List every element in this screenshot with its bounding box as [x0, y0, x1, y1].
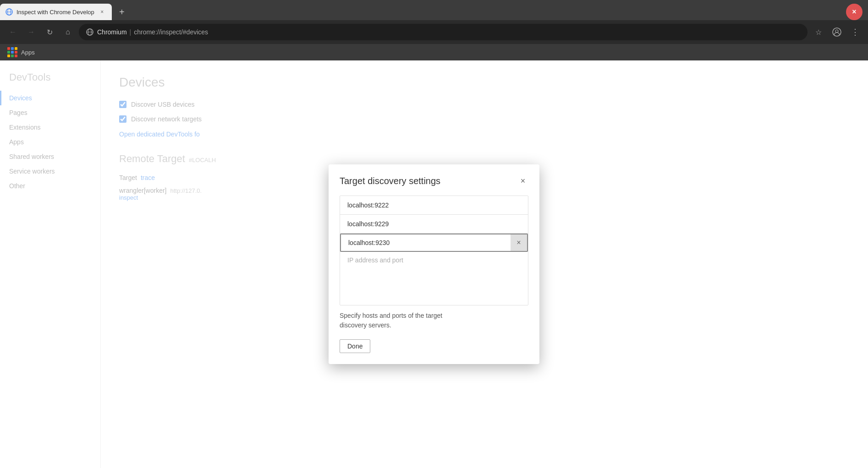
tab-close-button[interactable]: × [98, 8, 106, 16]
address-bar: ← → ↻ ⌂ Chromium|chrome://inspect/#devic… [0, 20, 868, 44]
target-list: localhost:9222 localhost:9229 × IP addre… [340, 196, 528, 305]
address-input-wrap[interactable]: Chromium|chrome://inspect/#devices [79, 24, 808, 40]
back-button[interactable]: ← [5, 25, 20, 39]
apps-grid-icon [7, 47, 17, 57]
modal-dialog: Target discovery settings × localhost:92… [329, 164, 539, 364]
target-entry-placeholder[interactable]: IP address and port [340, 252, 528, 268]
modal-header: Target discovery settings × [340, 175, 528, 186]
address-favicon [86, 28, 93, 36]
star-button[interactable]: ☆ [811, 25, 826, 39]
target-entry-active: × [340, 234, 528, 252]
menu-button[interactable]: ⋮ [848, 25, 863, 39]
target-entry-1: localhost:9229 [340, 215, 528, 234]
bookmarks-bar: Apps [0, 44, 868, 60]
forward-button[interactable]: → [24, 25, 38, 39]
apps-label: Apps [21, 49, 35, 56]
done-button[interactable]: Done [340, 339, 370, 353]
clear-input-button[interactable]: × [511, 234, 527, 251]
tab-title: Inspect with Chrome Develop [16, 9, 94, 16]
page-content: DevTools Devices Pages Extensions Apps S… [0, 60, 868, 468]
address-text: Chromium|chrome://inspect/#devices [97, 28, 800, 36]
spacer-area [340, 268, 528, 305]
active-tab[interactable]: Inspect with Chrome Develop × [0, 4, 112, 20]
svg-point-7 [835, 30, 838, 33]
address-separator: | [130, 28, 132, 36]
home-button[interactable]: ⌂ [60, 25, 75, 39]
apps-bookmark[interactable]: Apps [7, 47, 35, 57]
modal-close-button[interactable]: × [517, 175, 528, 186]
profile-button[interactable] [830, 25, 844, 39]
new-tab-button[interactable]: + [114, 4, 130, 20]
target-input[interactable] [341, 234, 511, 251]
target-entry-0: localhost:9222 [340, 196, 528, 215]
close-browser-button[interactable]: × [846, 4, 863, 20]
refresh-button[interactable]: ↻ [42, 25, 57, 39]
modal-hint: Specify hosts and ports of the targetdis… [340, 311, 528, 330]
address-path: chrome://inspect/#devices [134, 28, 208, 36]
address-brand: Chromium [97, 28, 127, 36]
modal-overlay: Target discovery settings × localhost:92… [0, 60, 868, 468]
modal-title: Target discovery settings [340, 176, 440, 186]
address-actions: ☆ ⋮ [811, 25, 863, 39]
tab-favicon [5, 8, 13, 16]
